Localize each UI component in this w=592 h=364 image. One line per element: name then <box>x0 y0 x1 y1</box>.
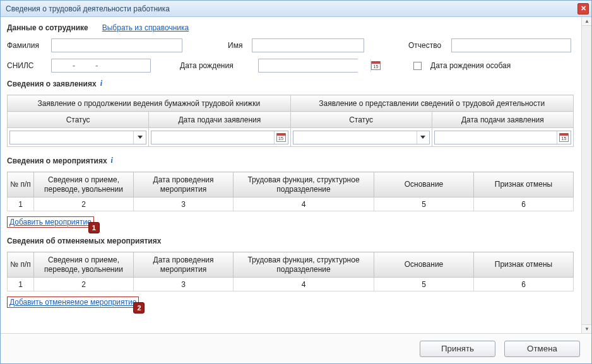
events-section-title: Сведения о мероприятиях <box>7 156 107 165</box>
add-cancelled-box: Добавить отменяемое мероприятие 2 <box>7 296 139 308</box>
add-event-link[interactable]: Добавить мероприятие <box>9 218 92 226</box>
applications-col-status-2: Статус <box>290 112 432 128</box>
dialog-window: Сведения о трудовой деятельности работни… <box>0 0 592 364</box>
vertical-scrollbar[interactable]: ▲ ▼ <box>581 17 591 333</box>
cancelled-col-no: № п/п <box>8 252 34 278</box>
firstname-label: Имя <box>228 41 247 50</box>
scroll-up-icon[interactable]: ▲ <box>582 17 592 26</box>
scroll-down-icon[interactable]: ▼ <box>582 324 592 333</box>
applications-table: Заявление о продолжении ведения бумажной… <box>7 95 574 147</box>
cancelled-col-basis: Основание <box>374 252 474 278</box>
cancel-button[interactable]: Отмена <box>504 341 580 357</box>
applications-col-date-2: Дата подачи заявления <box>432 112 573 128</box>
events-col-no: № п/п <box>8 172 34 197</box>
dob-special-label: Дата рождения особая <box>430 61 511 70</box>
accept-button[interactable]: Принять <box>420 341 495 357</box>
events-col-basis: Основание <box>374 172 474 197</box>
table-row: 1 2 3 4 5 6 <box>8 278 574 291</box>
middlename-input[interactable] <box>451 38 571 52</box>
date2-input[interactable] <box>435 131 557 144</box>
marker-badge-1: 1 <box>88 222 100 233</box>
table-row: 1 2 3 4 5 6 <box>8 197 574 211</box>
dob-field[interactable]: 15 <box>258 59 358 73</box>
employee-section-title: Данные о сотруднике <box>7 23 88 32</box>
cancelled-grid: № п/п Сведения о приеме, переводе, уволь… <box>7 252 574 291</box>
calendar-icon[interactable]: 15 <box>274 131 288 144</box>
calendar-icon[interactable]: 15 <box>370 59 381 72</box>
lastname-input[interactable] <box>51 38 182 52</box>
dialog-footer: Принять Отмена <box>1 333 591 363</box>
applications-group-paper: Заявление о продолжении ведения бумажной… <box>8 95 291 112</box>
calendar-icon[interactable]: 15 <box>557 131 571 144</box>
applications-section-title: Сведения о заявлениях <box>7 79 97 88</box>
applications-col-date-1: Дата подачи заявления <box>149 112 290 128</box>
middlename-label: Отчество <box>408 41 446 50</box>
titlebar: Сведения о трудовой деятельности работни… <box>1 1 591 17</box>
firstname-input[interactable] <box>252 38 364 52</box>
date2-field[interactable]: 15 <box>434 131 571 144</box>
chevron-down-icon <box>417 131 429 144</box>
events-col-date: Дата проведения мероприятия <box>134 172 234 197</box>
cancelled-section-title: Сведения об отменяемых мероприятиях <box>7 237 161 245</box>
events-grid: № п/п Сведения о приеме, переводе, уволь… <box>7 172 574 211</box>
applications-group-info: Заявление о представлении сведений о тру… <box>290 95 574 112</box>
events-col-cancel: Признак отмены <box>474 172 574 197</box>
dob-special-checkbox[interactable] <box>413 62 422 70</box>
cancelled-col-cancel: Признак отмены <box>474 252 574 278</box>
status2-combo[interactable] <box>293 131 430 144</box>
dob-input[interactable] <box>259 59 370 72</box>
status1-combo[interactable] <box>9 131 146 144</box>
cancelled-col-function: Трудовая функция, структурное подразделе… <box>234 252 374 278</box>
snils-label: СНИЛС <box>7 61 46 70</box>
add-event-box: Добавить мероприятие 1 <box>7 216 94 228</box>
snils-input[interactable] <box>51 59 151 73</box>
select-from-directory-link[interactable]: Выбрать из справочника <box>102 23 189 32</box>
window-title: Сведения о трудовой деятельности работни… <box>6 4 170 13</box>
cancelled-col-date: Дата проведения мероприятия <box>134 252 234 278</box>
info-icon[interactable]: i <box>111 156 113 165</box>
date1-input[interactable] <box>151 131 273 144</box>
date1-field[interactable]: 15 <box>151 131 288 144</box>
events-col-details: Сведения о приеме, переводе, увольнении <box>34 172 134 197</box>
lastname-label: Фамилия <box>7 41 46 50</box>
applications-col-status-1: Статус <box>8 112 149 128</box>
cancelled-col-details: Сведения о приеме, переводе, увольнении <box>34 252 134 278</box>
marker-badge-2: 2 <box>133 302 145 314</box>
close-icon[interactable]: ✕ <box>577 3 589 15</box>
events-col-function: Трудовая функция, структурное подразделе… <box>234 172 374 197</box>
dob-label: Дата рождения <box>180 61 238 70</box>
add-cancelled-link[interactable]: Добавить отменяемое мероприятие <box>9 298 136 307</box>
chevron-down-icon <box>133 131 146 144</box>
form-content: Данные о сотруднике Выбрать из справочни… <box>1 17 581 308</box>
info-icon[interactable]: i <box>100 79 102 88</box>
